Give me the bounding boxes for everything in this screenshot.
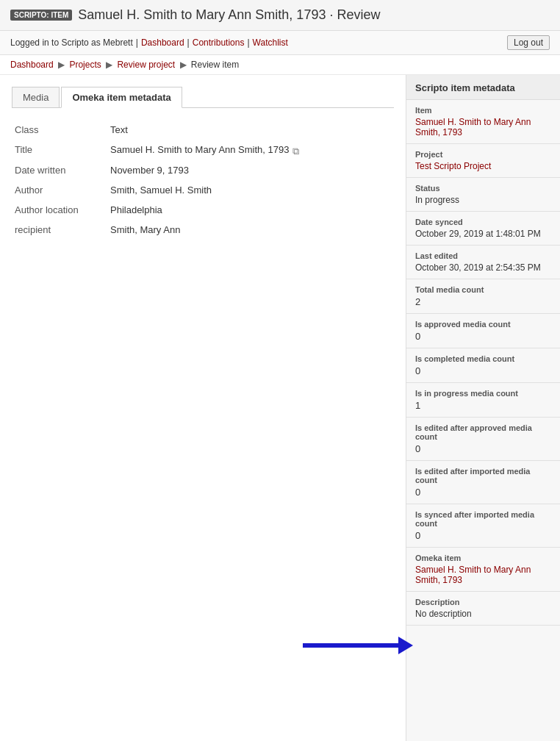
meta-value: Samuel H. Smith to Mary Ann Smith, 1793⧉ (107, 140, 394, 160)
meta-row: Date writtenNovember 9, 1793 (12, 160, 394, 180)
sidebar-section-value: 1 (415, 400, 551, 411)
breadcrumb-sep3: ▶ (180, 60, 187, 70)
sidebar-section: DescriptionNo description (406, 592, 560, 626)
meta-row: TitleSamuel H. Smith to Mary Ann Smith, … (12, 140, 394, 160)
sidebar-section-label: Is in progress media count (415, 389, 551, 398)
breadcrumb-projects[interactable]: Projects (69, 60, 101, 70)
nav-watchlist[interactable]: Watchlist (253, 37, 288, 48)
sidebar-section-label: Is edited after approved media count (415, 423, 551, 441)
meta-key: recipient (12, 220, 107, 240)
sidebar-sections: ItemSamuel H. Smith to Mary Ann Smith, 1… (406, 100, 560, 626)
sidebar-section-value: 0 (415, 365, 551, 376)
arrow-head (398, 637, 413, 654)
sidebar-section: Is edited after imported media count0 (406, 461, 560, 504)
scripto-badge: SCRIPTO: ITEM (10, 10, 72, 21)
breadcrumb-review-project[interactable]: Review project (117, 60, 175, 70)
sidebar-section-label: Last edited (415, 251, 551, 260)
arrow (303, 637, 413, 654)
sidebar-section: Is completed media count0 (406, 348, 560, 383)
sidebar-section-label: Is completed media count (415, 354, 551, 363)
meta-row: ClassText (12, 120, 394, 140)
sidebar-section-label: Date synced (415, 218, 551, 226)
sidebar-section-label: Is synced after imported media count (415, 510, 551, 528)
sidebar-section-value: In progress (415, 195, 551, 205)
separator: | (187, 37, 190, 48)
nav-contributions[interactable]: Contributions (193, 37, 245, 48)
sidebar-section-value: 0 (415, 331, 551, 342)
sidebar-section-label: Project (415, 150, 551, 159)
meta-key: Author (12, 180, 107, 200)
sidebar-section-value: October 30, 2019 at 2:54:35 PM (415, 262, 551, 273)
breadcrumb: Dashboard ▶ Projects ▶ Review project ▶ … (0, 55, 560, 75)
meta-key: Date written (12, 160, 107, 180)
sidebar-section-value[interactable]: Test Scripto Project (415, 161, 551, 171)
separator: | (136, 37, 138, 48)
sidebar-section: StatusIn progress (406, 178, 560, 212)
breadcrumb-dashboard[interactable]: Dashboard (10, 60, 54, 70)
sidebar-section: Last editedOctober 30, 2019 at 2:54:35 P… (406, 246, 560, 279)
metadata-table: ClassTextTitleSamuel H. Smith to Mary An… (12, 120, 394, 240)
sidebar-section-value: 2 (415, 296, 551, 307)
topbar-left: Logged in to Scripto as Mebrett | Dashbo… (10, 37, 288, 48)
sidebar-section-value: No description (415, 609, 551, 619)
meta-key: Author location (12, 200, 107, 220)
sidebar-section-label: Omeka item (415, 554, 551, 562)
sidebar-section-label: Is edited after imported media count (415, 467, 551, 484)
sidebar-section: Is edited after approved media count0 (406, 418, 560, 461)
meta-row: recipientSmith, Mary Ann (12, 220, 394, 240)
sidebar-heading: Scripto item metadata (406, 75, 560, 100)
sidebar-section: Is synced after imported media count0 (406, 504, 560, 548)
meta-value: Text (107, 120, 394, 140)
sidebar-section: Is in progress media count1 (406, 383, 560, 418)
logout-button[interactable]: Log out (507, 35, 550, 50)
arrow-line (303, 643, 398, 648)
breadcrumb-sep2: ▶ (106, 60, 112, 70)
sidebar-section-value: 0 (415, 530, 551, 541)
sidebar-section-value[interactable]: Samuel H. Smith to Mary Ann Smith, 1793 (415, 117, 551, 137)
main-layout: Media Omeka item metadata ClassTextTitle… (0, 75, 560, 741)
left-panel: Media Omeka item metadata ClassTextTitle… (0, 75, 406, 741)
meta-value: Philadelphia (107, 200, 394, 220)
breadcrumb-current: Review item (191, 60, 239, 70)
right-panel: Scripto item metadata ItemSamuel H. Smit… (406, 75, 560, 741)
meta-key: Class (12, 120, 107, 140)
tabs: Media Omeka item metadata (12, 87, 394, 108)
meta-row: Author locationPhiladelphia (12, 200, 394, 220)
sidebar-section-value: 0 (415, 443, 551, 454)
topbar: Logged in to Scripto as Mebrett | Dashbo… (0, 31, 560, 55)
sidebar-section-label: Item (415, 106, 551, 115)
sidebar-section-label: Description (415, 598, 551, 606)
page-title: Samuel H. Smith to Mary Ann Smith, 1793 … (78, 7, 380, 23)
tab-media[interactable]: Media (12, 87, 60, 107)
breadcrumb-sep: ▶ (58, 60, 65, 70)
sidebar-section: Is approved media count0 (406, 314, 560, 348)
sidebar-section: ItemSamuel H. Smith to Mary Ann Smith, 1… (406, 100, 560, 144)
nav-dashboard[interactable]: Dashboard (141, 37, 184, 48)
sidebar-section-value: 0 (415, 487, 551, 498)
meta-value: November 9, 1793 (107, 160, 394, 180)
sidebar-section: Date syncedOctober 29, 2019 at 1:48:01 P… (406, 212, 560, 246)
sidebar-section-label: Total media count (415, 285, 551, 294)
sidebar-section: Omeka itemSamuel H. Smith to Mary Ann Sm… (406, 548, 560, 592)
sidebar-section-value: October 29, 2019 at 1:48:01 PM (415, 229, 551, 239)
page-header: SCRIPTO: ITEM Samuel H. Smith to Mary An… (0, 0, 560, 31)
sidebar-section: Total media count2 (406, 279, 560, 314)
separator: | (247, 37, 249, 48)
sidebar-section: ProjectTest Scripto Project (406, 144, 560, 178)
sidebar-section-label: Status (415, 184, 551, 193)
sidebar-section-label: Is approved media count (415, 320, 551, 329)
tab-omeka-metadata[interactable]: Omeka item metadata (61, 87, 182, 108)
copy-icon[interactable]: ⧉ (292, 146, 303, 156)
meta-key: Title (12, 140, 107, 160)
meta-value: Smith, Mary Ann (107, 220, 394, 240)
meta-row: AuthorSmith, Samuel H. Smith (12, 180, 394, 200)
sidebar-section-value[interactable]: Samuel H. Smith to Mary Ann Smith, 1793 (415, 565, 551, 585)
logged-in-text: Logged in to Scripto as Mebrett (10, 37, 133, 48)
meta-value: Smith, Samuel H. Smith (107, 180, 394, 200)
